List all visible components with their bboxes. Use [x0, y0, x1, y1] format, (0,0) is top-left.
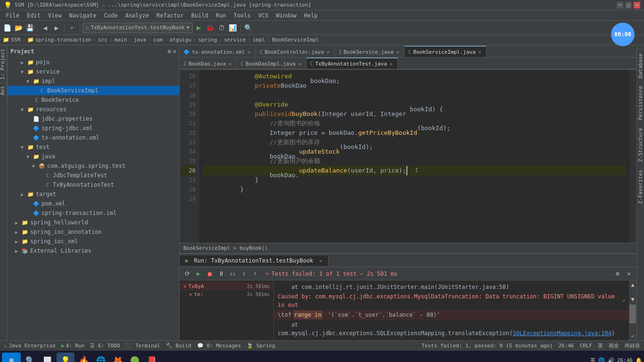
menu-tools[interactable]: Tools: [230, 11, 255, 20]
menu-build[interactable]: Build: [188, 11, 212, 20]
profile-button[interactable]: 📊: [228, 23, 238, 33]
save-button[interactable]: 💾: [25, 23, 35, 33]
menu-help[interactable]: Help: [300, 11, 322, 20]
spring-label[interactable]: 🍃 Spring: [247, 343, 275, 349]
menu-window[interactable]: Window: [272, 11, 300, 20]
tab-close-icon[interactable]: ✕: [247, 49, 252, 55]
debug-button[interactable]: 🐞: [205, 23, 215, 33]
nav-impl[interactable]: impl: [253, 37, 265, 43]
taskbar-icon-5[interactable]: 📕: [144, 353, 159, 362]
run-pause-button[interactable]: ⏸: [216, 269, 226, 279]
code-content[interactable]: @Autowired private BookDao bookDao; @Ove…: [199, 70, 630, 243]
build-label[interactable]: 🔨 Build: [166, 343, 191, 349]
tree-item-iml[interactable]: 🔷 spring-transaction.iml: [8, 208, 179, 218]
nav-main[interactable]: main: [115, 37, 127, 43]
tree-item-service[interactable]: ▼ 📁 service: [8, 67, 179, 76]
taskbar-icon-1[interactable]: 🔥: [76, 353, 91, 362]
tree-item-java-folder[interactable]: ▼ 📁 java: [8, 152, 179, 161]
taskbar-intellij-icon[interactable]: 💡: [57, 353, 74, 362]
run-filter-button[interactable]: ↑: [250, 269, 260, 279]
run-console[interactable]: at com.intellij.rt.junit.JUnitStarter.ma…: [274, 280, 629, 340]
scroll-up-button[interactable]: ▲: [631, 281, 634, 288]
menu-refactor[interactable]: Refactor: [153, 11, 188, 20]
search-taskbar-button[interactable]: 🔍: [23, 353, 38, 362]
run-button[interactable]: ▶: [194, 23, 204, 33]
tab-bookserviceimpl[interactable]: C BookServiceImpl.java ✕: [405, 46, 487, 57]
tree-item-resources[interactable]: ▼ 📁 resources: [8, 105, 179, 114]
project-panel-tab[interactable]: 1: Project: [0, 45, 7, 82]
run-shortcut-label[interactable]: ▶ 4: Run: [61, 343, 84, 349]
tree-item-jdbc-props[interactable]: 📄 jdbc.properties: [8, 114, 179, 123]
run-coverage-button[interactable]: ⏱: [216, 23, 227, 33]
tree-item-ioc-xml[interactable]: ▶ 📁 spring_ioc_xml: [8, 237, 179, 246]
menu-edit[interactable]: Edit: [23, 11, 44, 20]
tree-item-ioc-annotation[interactable]: ▶ 📁 spring_ioc_annotation: [8, 227, 179, 237]
menu-code[interactable]: Code: [100, 11, 122, 20]
run-settings-button[interactable]: ⚙: [613, 269, 622, 279]
tree-item-helloworld[interactable]: ▶ 📁 spring_helloworld: [8, 218, 179, 227]
search-everywhere-button[interactable]: 🔍: [243, 23, 254, 33]
menu-run[interactable]: Run: [212, 11, 230, 20]
tab-txtest[interactable]: C TxByAnnotationTest.java ✕: [306, 58, 398, 69]
tree-item-txtest[interactable]: C TxByAnnotationTest: [8, 180, 179, 189]
taskbar-notification-icon[interactable]: 🔔: [636, 357, 642, 362]
tab-close-icon[interactable]: ✕: [478, 49, 482, 55]
menu-view[interactable]: View: [44, 11, 66, 20]
tree-item-impl[interactable]: ▼ 📁 impl: [8, 76, 179, 86]
favorites-panel-tab[interactable]: Z-Favorites: [636, 166, 644, 208]
minimize-button[interactable]: ─: [617, 2, 623, 8]
tab-bookdao[interactable]: I BookDao.java ✕: [180, 58, 237, 69]
taskbar-icon-2[interactable]: 🌐: [93, 353, 108, 362]
taskbar-icon-3[interactable]: 🦊: [110, 353, 125, 362]
start-button[interactable]: ⊞: [2, 353, 21, 362]
tree-item-test[interactable]: ▼ 📁 test: [8, 142, 179, 152]
run-tab-close-icon[interactable]: ✕: [320, 258, 322, 263]
tree-item-tx-annotation-xml[interactable]: 🔷 tx-annotation.xml: [8, 133, 179, 142]
back-button[interactable]: ◀: [40, 23, 50, 33]
tab-bookdaoimpl[interactable]: C BookDaoImpl.java ✕: [237, 58, 306, 69]
undo-button[interactable]: ↶: [67, 23, 77, 33]
menu-vcs[interactable]: VCS: [255, 11, 272, 20]
run-stop-button[interactable]: ■: [205, 269, 215, 279]
sidebar-settings-icon[interactable]: ⚙: [168, 48, 171, 55]
tree-item-target[interactable]: ▶ 📁 target: [8, 189, 179, 199]
sidebar-close-icon[interactable]: ✕: [173, 48, 176, 55]
tab-close-icon[interactable]: ✕: [326, 49, 330, 55]
code-editor[interactable]: 16 17 18 19 20 21 22 23 24 25 26 27 28 2…: [180, 70, 636, 243]
run-restart-button[interactable]: ⟳: [182, 269, 192, 279]
structure-panel-tab[interactable]: Z-Structure: [636, 124, 644, 166]
tab-close-icon[interactable]: ✕: [228, 61, 232, 67]
nav-bookserviceimpl[interactable]: BookServiceImpl: [272, 37, 319, 43]
run-config-combo[interactable]: ☕ TxByAnnotationTest.testBuyBook ▼: [83, 23, 193, 33]
tree-item-package[interactable]: ▼ 📦 com.atguigu.spring.test: [8, 161, 179, 171]
nav-com[interactable]: com: [153, 37, 163, 43]
terminal-label[interactable]: ⬛ Terminal: [125, 343, 160, 349]
forward-button[interactable]: ▶: [51, 23, 62, 33]
open-button[interactable]: 📂: [13, 23, 24, 33]
run-play-button[interactable]: ▶: [194, 269, 203, 279]
scroll-thumb[interactable]: [629, 304, 636, 323]
menu-navigate[interactable]: Navigate: [66, 11, 100, 20]
run-tab-active[interactable]: ▶ Run: TxByAnnotationTest.testBuyBook ✕: [180, 255, 329, 266]
persistence-panel-tab[interactable]: Persistence: [636, 82, 644, 124]
tab-close-icon[interactable]: ✕: [297, 61, 302, 67]
tab-tx-annotation[interactable]: 🔷 tx-annotation.xml ✕: [180, 46, 256, 57]
run-close-button[interactable]: ✕: [624, 269, 634, 279]
tree-item-jdbctest[interactable]: C JdbcTemplateTest: [8, 171, 179, 180]
tree-item-bookservice[interactable]: I BookService: [8, 95, 179, 105]
test-tree-item-fail[interactable]: ✕ TxByA 2s 501ms: [180, 282, 273, 290]
tree-item-spring-jdbc-xml[interactable]: 🔷 spring-jdbc.xml: [8, 123, 179, 133]
tab-bookservice[interactable]: I BookService.java ✕: [335, 46, 405, 57]
taskbar-icon-4[interactable]: 🟢: [127, 353, 142, 362]
messages-label[interactable]: 💬 0: Messages: [197, 343, 241, 349]
nav-atguigu[interactable]: atguigu: [170, 37, 191, 43]
new-file-button[interactable]: 📄: [2, 23, 12, 33]
run-sort-button[interactable]: ↕: [239, 269, 248, 279]
tree-item-bookserviceimpl[interactable]: C BookServiceImpl: [8, 86, 179, 95]
nav-spring[interactable]: spring: [198, 37, 217, 43]
wrap-button[interactable]: ↩: [631, 333, 634, 338]
menu-analyze[interactable]: Analyze: [121, 11, 153, 20]
nav-java[interactable]: java: [134, 37, 147, 43]
tab-bookcontroller[interactable]: C BookController.java ✕: [256, 46, 335, 57]
test-tree-item-method[interactable]: ✕ te: 2s 501ms: [180, 290, 273, 298]
